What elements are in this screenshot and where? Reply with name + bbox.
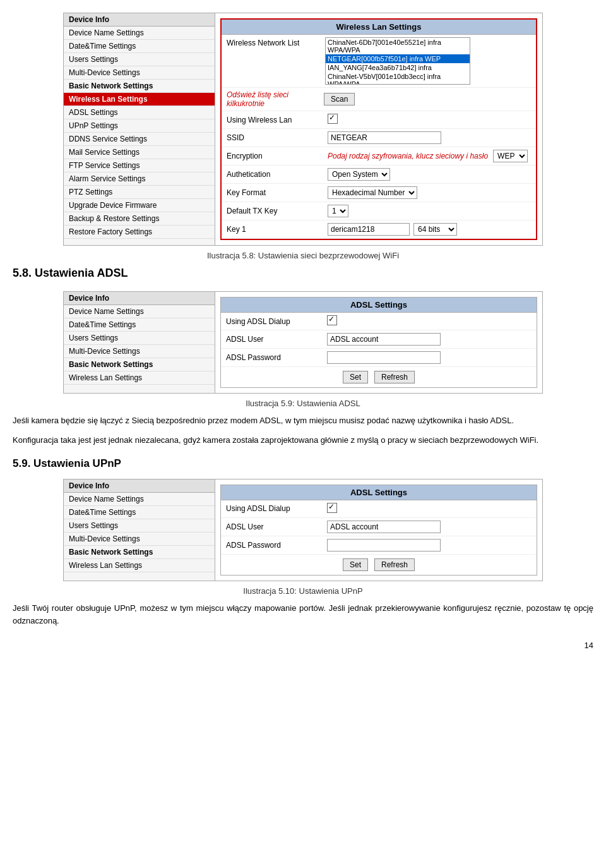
adsl-password-value: [322, 349, 537, 366]
scan-button[interactable]: Scan: [324, 93, 355, 105]
sidebar-header-1: Device Info: [64, 13, 215, 27]
sidebar-item-alarm[interactable]: Alarm Service Settings: [64, 172, 215, 186]
default-tx-select[interactable]: 1 2 3 4: [328, 205, 348, 217]
upnp-adsl-password-label: ADSL Password: [221, 538, 322, 552]
encryption-row: Encryption Podaj rodzaj szyfrowania, klu…: [222, 147, 536, 166]
using-adsl-label: Using ADSL Dialup: [221, 315, 322, 329]
figure-adsl: Device Info Device Name Settings Date&Ti…: [13, 291, 593, 408]
sidebar-item-firmware[interactable]: Upgrade Device Firmware: [64, 199, 215, 212]
key1-bits-select[interactable]: 64 bits 128 bits: [413, 223, 457, 236]
sidebar3-item-users[interactable]: Users Settings: [64, 519, 215, 533]
network-entry-1[interactable]: NETGEAR[000fb57f501e] infra WEP: [326, 54, 470, 63]
adsl-user-row: ADSL User: [221, 330, 537, 349]
upnp-adsl-user-label: ADSL User: [221, 520, 322, 534]
sidebar-item-datetime[interactable]: Date&Time Settings: [64, 40, 215, 53]
default-tx-row: Default TX Key 1 2 3 4: [222, 202, 536, 220]
sidebar-item-ddns[interactable]: DDNS Service Settings: [64, 133, 215, 146]
page-number: 14: [13, 641, 593, 650]
upnp-adsl-user-row: ADSL User: [221, 518, 537, 536]
section-heading-58: 5.8. Ustawienia ADSL: [13, 267, 593, 280]
sidebar-upnp: Device Info Device Name Settings Date&Ti…: [64, 479, 215, 581]
sidebar3-item-basicnet[interactable]: Basic Network Settings: [64, 546, 215, 559]
ssid-label: SSID: [222, 131, 323, 145]
upnp-using-adsl-checkbox[interactable]: [327, 503, 337, 513]
upnp-using-adsl-value: [322, 500, 537, 517]
key-format-value: Hexadecimal Number ASCII: [323, 184, 536, 202]
adsl-user-label: ADSL User: [221, 332, 322, 346]
sidebar3-item-multidevice[interactable]: Multi-Device Settings: [64, 533, 215, 546]
wireless-main: Wireless Lan Settings Wireless Network L…: [215, 13, 542, 245]
key1-input[interactable]: [328, 223, 410, 236]
sidebar2-item-device-name[interactable]: Device Name Settings: [64, 305, 215, 318]
figure-caption-1: Ilustracja 5.8: Ustawienia sieci bezprze…: [13, 251, 593, 260]
network-list-content: ChinaNet-6Db7[001e40e5521e] infra WPA/WP…: [323, 35, 536, 87]
sidebar3-item-device-name[interactable]: Device Name Settings: [64, 493, 215, 506]
sidebar-item-users[interactable]: Users Settings: [64, 53, 215, 66]
wireless-panel: Device Info Device Name Settings Date&Ti…: [63, 13, 543, 246]
upnp-adsl-password-input[interactable]: [327, 539, 441, 552]
sidebar3-item-wirelesslan[interactable]: Wireless Lan Settings: [64, 559, 215, 572]
adsl-set-button[interactable]: Set: [343, 371, 368, 383]
sidebar-item-basicnet[interactable]: Basic Network Settings: [64, 80, 215, 93]
using-adsl-row: Using ADSL Dialup: [221, 313, 537, 330]
body-text-1: Jeśli kamera będzie się łączyć z Siecią …: [13, 414, 593, 428]
sidebar-item-ptz[interactable]: PTZ Settings: [64, 186, 215, 199]
adsl-user-input[interactable]: [327, 333, 441, 346]
figure-wireless: Device Info Device Name Settings Date&Ti…: [13, 13, 593, 260]
authetication-select[interactable]: Open System Shared Key: [328, 168, 390, 181]
encryption-value: Podaj rodzaj szyfrowania, klucz sieciowy…: [323, 147, 536, 165]
body-text-2: Konfiguracja taka jest jest jednak nieza…: [13, 434, 593, 447]
section-heading-59: 5.9. Ustawienia UPnP: [13, 457, 593, 470]
sidebar-item-mail[interactable]: Mail Service Settings: [64, 146, 215, 159]
sidebar-item-upnp[interactable]: UPnP Settings: [64, 119, 215, 133]
adsl-main: ADSL Settings Using ADSL Dialup ADSL Use…: [215, 292, 542, 393]
sidebar-item-multidevice[interactable]: Multi-Device Settings: [64, 66, 215, 80]
sidebar2-item-datetime[interactable]: Date&Time Settings: [64, 318, 215, 332]
sidebar-item-adsl[interactable]: ADSL Settings: [64, 106, 215, 119]
adsl-refresh-button[interactable]: Refresh: [374, 371, 415, 383]
sidebar2-item-multidevice[interactable]: Multi-Device Settings: [64, 345, 215, 358]
sidebar3-item-datetime[interactable]: Date&Time Settings: [64, 506, 215, 519]
key1-row: Key 1 64 bits 128 bits: [222, 220, 536, 239]
sidebar2-item-wirelesslan[interactable]: Wireless Lan Settings: [64, 371, 215, 385]
key-format-label: Key Format: [222, 186, 323, 200]
figure-caption-3: Ilustracja 5.10: Ustawienia UPnP: [13, 586, 593, 596]
using-wireless-row: Using Wireless Lan: [222, 111, 536, 129]
sidebar-item-backup[interactable]: Backup & Restore Settings: [64, 212, 215, 226]
upnp-refresh-button[interactable]: Refresh: [374, 558, 415, 571]
upnp-using-adsl-label: Using ADSL Dialup: [221, 502, 322, 515]
upnp-adsl-user-input[interactable]: [327, 521, 441, 533]
authetication-row: Authetication Open System Shared Key: [222, 166, 536, 184]
key1-value: 64 bits 128 bits: [323, 220, 536, 238]
wireless-settings-panel: Wireless Lan Settings Wireless Network L…: [220, 18, 537, 240]
default-tx-value: 1 2 3 4: [323, 202, 536, 220]
encryption-select[interactable]: WEP WPA None: [493, 150, 528, 162]
upnp-buttons: Set Refresh: [221, 555, 537, 575]
adsl-password-label: ADSL Password: [221, 351, 322, 365]
sidebar-item-restore[interactable]: Restore Factory Settings: [64, 226, 215, 239]
key-format-row: Key Format Hexadecimal Number ASCII: [222, 184, 536, 202]
ssid-input[interactable]: [328, 131, 441, 144]
scan-value: Scan: [323, 93, 356, 105]
network-entry-3[interactable]: ChinaNet-V5bV[001e10db3ecc] infra WPA/WP…: [326, 72, 470, 85]
sidebar2-item-users[interactable]: Users Settings: [64, 332, 215, 345]
adsl-buttons: Set Refresh: [221, 367, 537, 387]
network-entry-0[interactable]: ChinaNet-6Db7[001e40e5521e] infra WPA/WP…: [326, 38, 470, 54]
adsl-password-input[interactable]: [327, 351, 441, 364]
sidebar-item-wirelesslan[interactable]: Wireless Lan Settings: [64, 93, 215, 106]
using-wireless-checkbox[interactable]: [328, 114, 338, 124]
scan-row: Odśwież listę sieci kilkukrotnie Scan: [222, 88, 536, 111]
upnp-set-button[interactable]: Set: [343, 558, 368, 571]
sidebar-item-device-name[interactable]: Device Name Settings: [64, 27, 215, 40]
key-format-select[interactable]: Hexadecimal Number ASCII: [328, 186, 417, 199]
authetication-label: Authetication: [222, 167, 323, 181]
network-list-box[interactable]: ChinaNet-6Db7[001e40e5521e] infra WPA/WP…: [325, 37, 470, 85]
figure-caption-2: Ilustracja 5.9: Ustawienia ADSL: [13, 399, 593, 408]
using-adsl-checkbox[interactable]: [327, 315, 337, 325]
upnp-main: ADSL Settings Using ADSL Dialup ADSL Use…: [215, 479, 542, 581]
sidebar-adsl: Device Info Device Name Settings Date&Ti…: [64, 292, 215, 393]
using-wireless-value: [323, 111, 536, 128]
sidebar-item-ftp[interactable]: FTP Service Settings: [64, 159, 215, 172]
sidebar2-item-basicnet[interactable]: Basic Network Settings: [64, 358, 215, 371]
network-entry-2[interactable]: IAN_YANG[74ea3a6b71b42] infra: [326, 63, 470, 72]
